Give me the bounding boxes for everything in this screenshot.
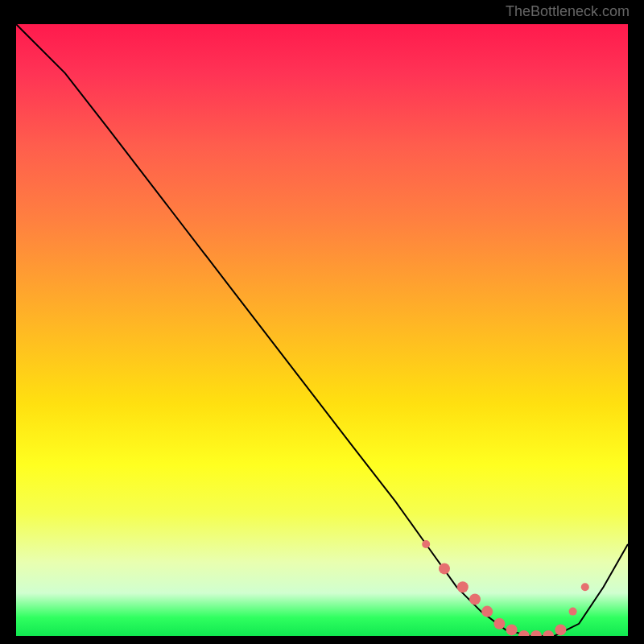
chart-plot-area (16, 24, 628, 636)
chart-curve (16, 24, 628, 636)
chart-markers (422, 540, 589, 636)
chart-marker (555, 624, 566, 635)
watermark-text: TheBottleneck.com (506, 3, 630, 20)
chart-marker (518, 630, 530, 636)
chart-marker (457, 581, 469, 592)
chart-marker (581, 583, 589, 591)
chart-marker (469, 593, 481, 605)
chart-marker (422, 540, 430, 548)
chart-svg (16, 24, 628, 636)
chart-marker (493, 618, 505, 630)
chart-marker (506, 624, 518, 635)
chart-marker (569, 608, 577, 616)
chart-marker (543, 630, 554, 636)
chart-marker (530, 630, 542, 636)
chart-marker (439, 563, 450, 574)
chart-marker (481, 606, 493, 617)
